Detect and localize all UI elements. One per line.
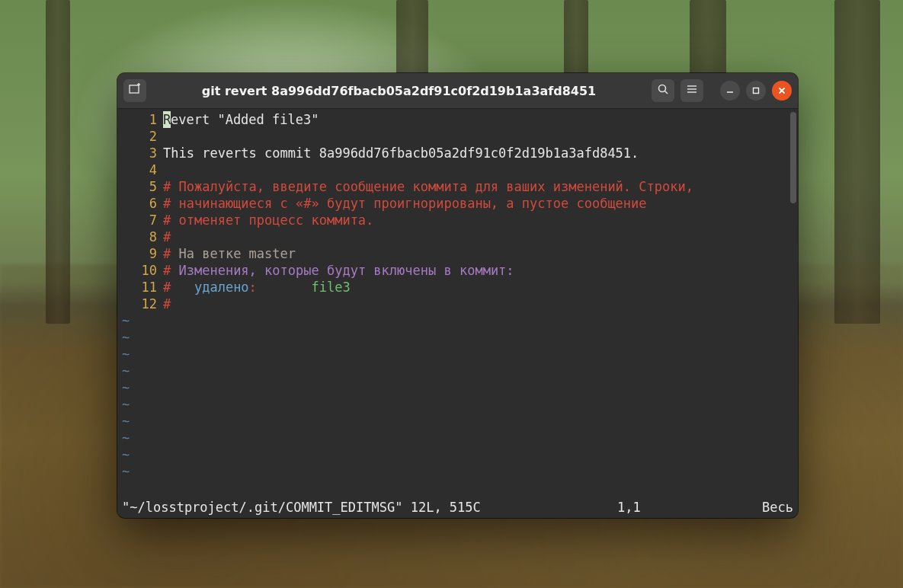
- terminal-area[interactable]: 123456 789101112 Revert "Added file3" Th…: [117, 109, 798, 518]
- maximize-icon: [751, 84, 761, 98]
- menu-button[interactable]: [680, 79, 703, 102]
- minimize-icon: [725, 84, 735, 98]
- buffer-line: # Изменения, которые будут включены в ко…: [163, 262, 798, 279]
- empty-line-tilde: ~: [119, 329, 798, 346]
- scrollbar[interactable]: [790, 112, 796, 203]
- empty-line-tilde: ~: [119, 346, 798, 363]
- vim-statusline: "~/losstproject/.git/COMMIT_EDITMSG" 12L…: [117, 498, 798, 516]
- vim-editor[interactable]: 123456 789101112 Revert "Added file3" Th…: [117, 111, 798, 498]
- empty-line-tilde: ~: [119, 430, 798, 446]
- empty-line-tilde: ~: [119, 379, 798, 396]
- buffer-line: [163, 161, 798, 178]
- empty-line-tilde: ~: [119, 363, 798, 379]
- terminal-window: git revert 8a996dd76fbacb05a2df91c0f2d19…: [117, 73, 798, 518]
- empty-line-tilde: ~: [119, 396, 798, 413]
- buffer-line: # На ветке master: [163, 245, 798, 262]
- buffer-line: # удалено: file3: [163, 279, 798, 296]
- search-icon: [657, 83, 669, 98]
- desktop-background: git revert 8a996dd76fbacb05a2df91c0f2d19…: [0, 0, 903, 588]
- buffer-line: # Пожалуйста, введите сообщение коммита …: [163, 178, 798, 195]
- close-button[interactable]: [772, 81, 792, 101]
- minimize-button[interactable]: [720, 81, 740, 101]
- empty-line-tilde: ~: [119, 446, 798, 463]
- editor-buffer[interactable]: Revert "Added file3" This reverts commit…: [162, 111, 798, 498]
- svg-line-4: [665, 91, 668, 94]
- status-position: 1,1: [617, 499, 762, 516]
- svg-rect-9: [754, 88, 759, 93]
- empty-line-tilde: ~: [119, 312, 798, 329]
- new-tab-icon: [129, 83, 141, 98]
- svg-point-3: [659, 85, 666, 92]
- status-filename: "~/losstproject/.git/COMMIT_EDITMSG" 12L…: [122, 499, 481, 516]
- buffer-line: # начинающиеся с «#» будут проигнорирова…: [163, 195, 798, 212]
- buffer-line: #: [163, 228, 798, 245]
- titlebar[interactable]: git revert 8a996dd76fbacb05a2df91c0f2d19…: [117, 73, 798, 109]
- close-icon: [777, 84, 786, 98]
- hamburger-icon: [686, 83, 698, 98]
- new-tab-button[interactable]: [123, 79, 146, 102]
- window-title: git revert 8a996dd76fbacb05a2df91c0f2d19…: [152, 84, 645, 98]
- buffer-line: # отменяет процесс коммита.: [163, 212, 798, 228]
- buffer-line: This reverts commit 8a996dd76fbacb05a2df…: [163, 145, 798, 161]
- status-percent: Весь: [762, 499, 793, 516]
- empty-line-tilde: ~: [119, 463, 798, 480]
- maximize-button[interactable]: [746, 81, 766, 101]
- text-cursor: R: [163, 111, 171, 128]
- buffer-line: Revert "Added file3": [163, 111, 798, 128]
- search-button[interactable]: [652, 79, 674, 102]
- buffer-line: [163, 128, 798, 145]
- svg-rect-0: [130, 85, 139, 93]
- buffer-line: #: [163, 296, 798, 312]
- empty-line-tilde: ~: [119, 413, 798, 430]
